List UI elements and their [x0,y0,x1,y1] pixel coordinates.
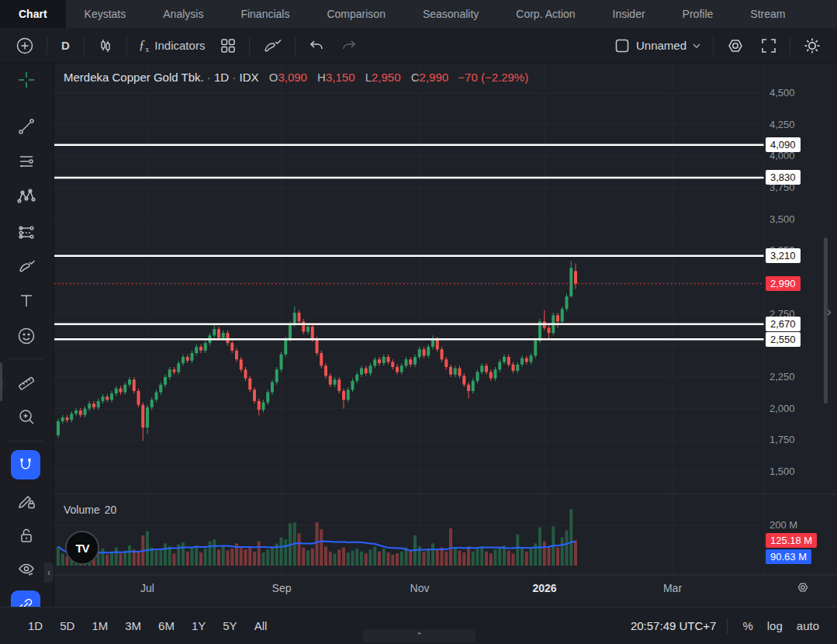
tab-seasonality[interactable]: Seasonality [404,0,497,28]
volume-bar [365,553,368,566]
quick-draw-button[interactable] [254,33,290,59]
volume-legend[interactable]: Volume20 [64,504,121,516]
bottom-divider [727,618,728,635]
candle-body [405,359,408,365]
lock-all-tool[interactable] [14,523,39,548]
candle-body [222,333,225,338]
volume-bar [240,546,243,566]
candle-body [373,359,376,365]
volume-bar [436,549,439,566]
left-toolbar-scrollbar[interactable] [0,362,2,401]
tab-comparison[interactable]: Comparison [308,0,403,28]
volume-bar [543,542,546,566]
emoji-tool[interactable] [14,324,39,348]
volume-bar [217,549,220,566]
undo-button[interactable] [300,33,333,59]
range-button-1y[interactable]: 1Y [185,616,212,635]
candle-body [324,365,327,376]
trend-line-tool[interactable] [14,114,39,139]
volume-bar [258,542,261,566]
range-button-6m[interactable]: 6M [152,616,181,635]
clock[interactable]: 20:57:49 UTC+7 [631,619,717,632]
candle-body [97,401,100,407]
range-buttons: 1D5D1M3M6M1Y5YAll [22,616,273,635]
collapse-toolbar-handle[interactable]: ‹ [44,563,54,583]
volume-bar [248,548,251,566]
theme-toggle-button[interactable] [795,32,829,60]
volume-bar [480,546,483,566]
drawing-lock-tool[interactable] [14,489,39,514]
horizontal-lines-tool[interactable] [14,149,39,174]
candle-body [485,365,488,372]
candle-body [84,409,87,415]
volume-bar [302,548,305,566]
range-button-3m[interactable]: 3M [119,616,147,635]
volume-bar [337,549,341,566]
symbol-legend[interactable]: Merdeka Copper Gold Tbk. · 1D · IDX O3,0… [64,71,528,84]
hide-drawings-tool[interactable] [14,558,39,583]
log-scale-button[interactable]: log [760,616,790,635]
text-tool[interactable] [14,289,39,313]
price-tick: 4,250 [770,119,795,130]
expand-panel-chevron[interactable]: ⌃ [363,629,476,642]
candle-body [320,353,323,365]
volume-ma-badge: 90.63 M [766,549,811,564]
brush-tool[interactable] [14,254,39,279]
tab-stream[interactable]: Stream [732,0,804,28]
range-button-1m[interactable]: 1M [85,616,114,635]
range-button-5d[interactable]: 5D [54,616,81,635]
tab-profile[interactable]: Profile [664,0,732,28]
auto-scale-button[interactable]: auto [790,616,826,635]
range-button-all[interactable]: All [248,616,274,635]
price-tick: 3,500 [770,213,795,225]
tab-corp-action[interactable]: Corp. Action [497,0,593,28]
volume-bar [306,551,310,566]
layout-select-button[interactable]: Unnamed [607,33,708,58]
candle-body [449,367,452,375]
redo-button[interactable] [333,33,365,59]
time-axis-settings-icon[interactable] [796,580,810,597]
volume-bar [311,549,314,566]
chart-style-button[interactable] [89,33,122,59]
price-tick: 2,250 [770,371,795,383]
fullscreen-button[interactable] [752,33,785,59]
volume-bar [222,546,225,566]
candle-body [235,351,238,359]
chart-properties-button[interactable] [718,32,752,60]
tab-analysis[interactable]: Analysis [144,0,222,28]
tab-chart[interactable]: Chart [0,0,66,28]
indicators-button[interactable]: ƒx Indicators [132,33,213,57]
candle-body [298,313,301,321]
crosshair-tool[interactable] [14,68,39,92]
symbol-search-button[interactable] [8,32,42,60]
candle-body [512,365,515,371]
forecast-tool[interactable] [14,219,39,244]
volume-bar [110,552,113,566]
tab-financials[interactable]: Financials [222,0,308,28]
layout-name: Unnamed [636,39,687,52]
zoom-in-tool[interactable] [14,404,39,429]
indicator-templates-button[interactable] [212,33,244,59]
range-button-5y[interactable]: 5Y [216,616,243,635]
candle-body [123,385,126,393]
candle-body [534,341,537,356]
candle-body [458,369,462,376]
magnet-tool[interactable] [11,450,40,480]
tradingview-logo[interactable]: TV [65,531,99,565]
chart-pane[interactable]: Merdeka Copper Gold Tbk. · 1D · IDX O3,0… [54,64,837,607]
price-axis-scrollbar[interactable] [824,237,828,403]
percent-scale-button[interactable]: % [735,616,759,635]
toolbar-divider [790,36,790,55]
interval-button[interactable]: D [52,35,79,56]
xabcd-pattern-tool[interactable] [14,184,39,209]
price-chart-canvas[interactable] [54,64,837,607]
candle-body [280,355,283,370]
ruler-tool[interactable] [14,369,39,394]
tab-keystats[interactable]: Keystats [66,0,145,28]
volume-bar [521,549,524,566]
toolbar-divider [249,36,250,55]
last-price-badge: 2,990 [766,276,801,291]
range-button-1d[interactable]: 1D [22,616,49,635]
tab-insider[interactable]: Insider [594,0,664,28]
volume-bar [548,546,551,566]
